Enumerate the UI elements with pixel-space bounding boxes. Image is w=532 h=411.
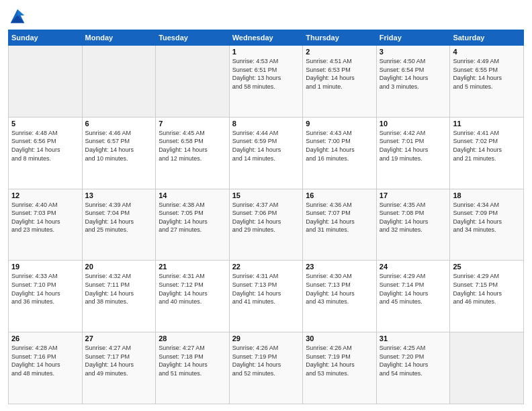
day-detail: Sunrise: 4:50 AM Sunset: 6:54 PM Dayligh… <box>380 57 447 91</box>
calendar-cell: 2Sunrise: 4:51 AM Sunset: 6:53 PM Daylig… <box>303 46 377 118</box>
calendar-cell: 11Sunrise: 4:41 AM Sunset: 7:02 PM Dayli… <box>450 117 524 189</box>
calendar-header-row: SundayMondayTuesdayWednesdayThursdayFrid… <box>9 30 524 46</box>
day-number: 28 <box>159 334 226 342</box>
calendar-cell: 3Sunrise: 4:50 AM Sunset: 6:54 PM Daylig… <box>376 46 450 118</box>
day-number: 11 <box>453 120 521 128</box>
day-detail: Sunrise: 4:41 AM Sunset: 7:02 PM Dayligh… <box>453 129 521 163</box>
logo <box>8 7 30 26</box>
day-number: 24 <box>380 263 447 271</box>
calendar-cell: 19Sunrise: 4:33 AM Sunset: 7:10 PM Dayli… <box>9 261 83 332</box>
day-detail: Sunrise: 4:27 AM Sunset: 7:18 PM Dayligh… <box>159 344 226 377</box>
calendar-cell: 21Sunrise: 4:31 AM Sunset: 7:12 PM Dayli… <box>156 261 230 332</box>
day-detail: Sunrise: 4:35 AM Sunset: 7:08 PM Dayligh… <box>380 201 447 234</box>
calendar-cell: 14Sunrise: 4:38 AM Sunset: 7:05 PM Dayli… <box>156 189 230 261</box>
calendar-cell: 12Sunrise: 4:40 AM Sunset: 7:03 PM Dayli… <box>9 189 83 261</box>
day-detail: Sunrise: 4:28 AM Sunset: 7:16 PM Dayligh… <box>11 344 79 377</box>
day-number: 20 <box>85 263 153 271</box>
week-row-4: 26Sunrise: 4:28 AM Sunset: 7:16 PM Dayli… <box>9 332 524 404</box>
day-number: 8 <box>232 120 300 128</box>
calendar-cell: 7Sunrise: 4:45 AM Sunset: 6:58 PM Daylig… <box>156 117 230 189</box>
calendar-cell: 5Sunrise: 4:48 AM Sunset: 6:56 PM Daylig… <box>9 117 83 189</box>
day-number: 12 <box>11 191 79 199</box>
day-detail: Sunrise: 4:29 AM Sunset: 7:15 PM Dayligh… <box>453 272 521 306</box>
calendar-cell: 16Sunrise: 4:36 AM Sunset: 7:07 PM Dayli… <box>303 189 377 261</box>
day-header-friday: Friday <box>376 30 450 46</box>
calendar-cell: 20Sunrise: 4:32 AM Sunset: 7:11 PM Dayli… <box>82 261 156 332</box>
calendar-cell: 10Sunrise: 4:42 AM Sunset: 7:01 PM Dayli… <box>376 117 450 189</box>
day-detail: Sunrise: 4:44 AM Sunset: 6:59 PM Dayligh… <box>232 129 300 163</box>
day-number: 21 <box>159 263 226 271</box>
day-detail: Sunrise: 4:26 AM Sunset: 7:19 PM Dayligh… <box>306 344 373 377</box>
day-detail: Sunrise: 4:40 AM Sunset: 7:03 PM Dayligh… <box>11 201 79 234</box>
day-detail: Sunrise: 4:45 AM Sunset: 6:58 PM Dayligh… <box>159 129 226 163</box>
day-number: 26 <box>11 334 79 342</box>
calendar-cell: 6Sunrise: 4:46 AM Sunset: 6:57 PM Daylig… <box>82 117 156 189</box>
day-detail: Sunrise: 4:34 AM Sunset: 7:09 PM Dayligh… <box>453 201 521 234</box>
calendar: SundayMondayTuesdayWednesdayThursdayFrid… <box>8 30 524 404</box>
week-row-3: 19Sunrise: 4:33 AM Sunset: 7:10 PM Dayli… <box>9 261 524 332</box>
day-detail: Sunrise: 4:37 AM Sunset: 7:06 PM Dayligh… <box>232 201 300 234</box>
day-number: 17 <box>380 191 447 199</box>
day-detail: Sunrise: 4:36 AM Sunset: 7:07 PM Dayligh… <box>306 201 373 234</box>
day-detail: Sunrise: 4:32 AM Sunset: 7:11 PM Dayligh… <box>85 272 153 306</box>
calendar-cell: 31Sunrise: 4:25 AM Sunset: 7:20 PM Dayli… <box>376 332 450 404</box>
day-detail: Sunrise: 4:43 AM Sunset: 7:00 PM Dayligh… <box>306 129 373 163</box>
day-number: 7 <box>159 120 226 128</box>
day-detail: Sunrise: 4:27 AM Sunset: 7:17 PM Dayligh… <box>85 344 153 377</box>
calendar-cell: 29Sunrise: 4:26 AM Sunset: 7:19 PM Dayli… <box>229 332 303 404</box>
calendar-cell: 4Sunrise: 4:49 AM Sunset: 6:55 PM Daylig… <box>450 46 524 118</box>
day-detail: Sunrise: 4:33 AM Sunset: 7:10 PM Dayligh… <box>11 272 79 306</box>
calendar-cell: 23Sunrise: 4:30 AM Sunset: 7:13 PM Dayli… <box>303 261 377 332</box>
day-number: 2 <box>306 48 373 56</box>
day-number: 4 <box>453 48 521 56</box>
day-detail: Sunrise: 4:30 AM Sunset: 7:13 PM Dayligh… <box>306 272 373 306</box>
day-detail: Sunrise: 4:26 AM Sunset: 7:19 PM Dayligh… <box>232 344 300 377</box>
calendar-cell <box>9 46 83 118</box>
day-detail: Sunrise: 4:31 AM Sunset: 7:12 PM Dayligh… <box>159 272 226 306</box>
day-number: 3 <box>380 48 447 56</box>
day-number: 29 <box>232 334 300 342</box>
day-number: 16 <box>306 191 373 199</box>
calendar-cell: 28Sunrise: 4:27 AM Sunset: 7:18 PM Dayli… <box>156 332 230 404</box>
day-header-saturday: Saturday <box>450 30 524 46</box>
day-detail: Sunrise: 4:42 AM Sunset: 7:01 PM Dayligh… <box>380 129 447 163</box>
day-number: 18 <box>453 191 521 199</box>
day-detail: Sunrise: 4:49 AM Sunset: 6:55 PM Dayligh… <box>453 57 521 91</box>
day-number: 25 <box>453 263 521 271</box>
day-number: 23 <box>306 263 373 271</box>
day-number: 31 <box>380 334 447 342</box>
calendar-cell: 18Sunrise: 4:34 AM Sunset: 7:09 PM Dayli… <box>450 189 524 261</box>
day-number: 22 <box>232 263 300 271</box>
day-number: 15 <box>232 191 300 199</box>
calendar-cell <box>82 46 156 118</box>
logo-icon <box>8 7 27 26</box>
calendar-cell <box>450 332 524 404</box>
day-header-monday: Monday <box>82 30 156 46</box>
day-number: 6 <box>85 120 153 128</box>
calendar-cell: 27Sunrise: 4:27 AM Sunset: 7:17 PM Dayli… <box>82 332 156 404</box>
day-detail: Sunrise: 4:29 AM Sunset: 7:14 PM Dayligh… <box>380 272 447 306</box>
calendar-cell: 22Sunrise: 4:31 AM Sunset: 7:13 PM Dayli… <box>229 261 303 332</box>
calendar-cell <box>156 46 230 118</box>
day-number: 5 <box>11 120 79 128</box>
calendar-cell: 15Sunrise: 4:37 AM Sunset: 7:06 PM Dayli… <box>229 189 303 261</box>
day-detail: Sunrise: 4:39 AM Sunset: 7:04 PM Dayligh… <box>85 201 153 234</box>
day-number: 14 <box>159 191 226 199</box>
calendar-cell: 1Sunrise: 4:53 AM Sunset: 6:51 PM Daylig… <box>229 46 303 118</box>
day-number: 13 <box>85 191 153 199</box>
day-header-sunday: Sunday <box>9 30 83 46</box>
calendar-cell: 8Sunrise: 4:44 AM Sunset: 6:59 PM Daylig… <box>229 117 303 189</box>
calendar-cell: 25Sunrise: 4:29 AM Sunset: 7:15 PM Dayli… <box>450 261 524 332</box>
calendar-cell: 9Sunrise: 4:43 AM Sunset: 7:00 PM Daylig… <box>303 117 377 189</box>
day-number: 9 <box>306 120 373 128</box>
day-detail: Sunrise: 4:53 AM Sunset: 6:51 PM Dayligh… <box>232 57 300 91</box>
calendar-cell: 13Sunrise: 4:39 AM Sunset: 7:04 PM Dayli… <box>82 189 156 261</box>
day-detail: Sunrise: 4:48 AM Sunset: 6:56 PM Dayligh… <box>11 129 79 163</box>
week-row-0: 1Sunrise: 4:53 AM Sunset: 6:51 PM Daylig… <box>9 46 524 118</box>
day-header-thursday: Thursday <box>303 30 377 46</box>
week-row-2: 12Sunrise: 4:40 AM Sunset: 7:03 PM Dayli… <box>9 189 524 261</box>
calendar-cell: 24Sunrise: 4:29 AM Sunset: 7:14 PM Dayli… <box>376 261 450 332</box>
calendar-cell: 26Sunrise: 4:28 AM Sunset: 7:16 PM Dayli… <box>9 332 83 404</box>
day-detail: Sunrise: 4:51 AM Sunset: 6:53 PM Dayligh… <box>306 57 373 91</box>
day-detail: Sunrise: 4:25 AM Sunset: 7:20 PM Dayligh… <box>380 344 447 377</box>
